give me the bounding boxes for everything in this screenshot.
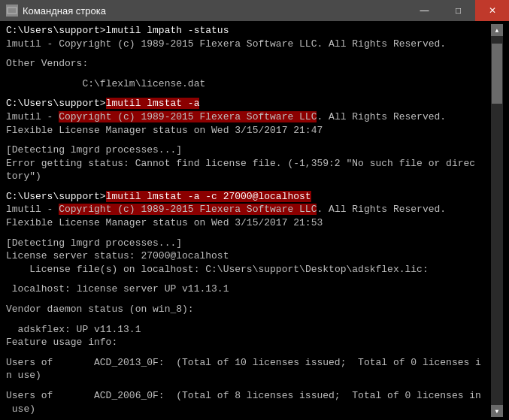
terminal-content[interactable]: C:\Users\support>lmutil lmpath -statuslm…	[6, 24, 491, 417]
scrollbar[interactable]: ▲ ▼	[491, 24, 503, 417]
terminal-line: C:\Users\support>lmutil lmpath -status	[6, 24, 491, 38]
terminal-line: C:\Users\support>lmutil lmstat -a	[6, 97, 491, 110]
terminal-line	[6, 276, 491, 283]
maximize-button[interactable]: □	[441, 0, 475, 21]
terminal-line: Other Vendors:	[6, 57, 491, 71]
terminal-line	[6, 316, 491, 323]
title-bar-controls: — □ ✕	[408, 0, 509, 21]
title-bar-left: Командная строка	[6, 5, 106, 17]
terminal-line: Flexible License Manager status on Wed 3…	[6, 124, 491, 137]
terminal-line	[6, 90, 491, 97]
terminal-line	[6, 183, 491, 190]
terminal-line: [Detecting lmgrd processes...]	[6, 237, 491, 250]
window-title: Командная строка	[23, 5, 106, 17]
terminal-line	[6, 382, 491, 389]
scrollbar-track	[491, 36, 503, 405]
terminal-line	[6, 71, 491, 77]
terminal-body: C:\Users\support>lmutil lmpath -statuslm…	[0, 21, 509, 420]
terminal-line: License file(s) on localhost: C:\Users\s…	[6, 263, 491, 276]
svg-rect-2	[9, 11, 13, 12]
terminal-line: localhost: license server UP v11.13.1	[6, 283, 491, 296]
title-bar: Командная строка — □ ✕	[0, 0, 509, 21]
terminal-line	[6, 230, 491, 237]
svg-rect-1	[9, 9, 11, 11]
window-icon	[6, 5, 18, 17]
close-button[interactable]: ✕	[475, 0, 509, 21]
terminal-line	[6, 415, 491, 417]
scrollbar-down[interactable]: ▼	[491, 405, 503, 417]
terminal-line	[6, 137, 491, 144]
terminal-line: Users of ACD_2013_0F: (Total of 10 licen…	[6, 356, 491, 370]
terminal-line: n use)	[6, 369, 491, 382]
terminal-line: lmutil - Copyright (c) 1989-2015 Flexera…	[6, 203, 491, 216]
terminal-line: lmutil - Copyright (c) 1989-2015 Flexera…	[6, 110, 491, 124]
terminal-line: License server status: 27000@localhost	[6, 249, 491, 263]
scrollbar-up[interactable]: ▲	[491, 24, 503, 36]
terminal-line: [Detecting lmgrd processes...]	[6, 144, 491, 157]
svg-rect-0	[8, 8, 17, 14]
terminal-line: Users of ACD_2006_0F: (Total of 8 licens…	[6, 389, 491, 403]
scrollbar-thumb[interactable]	[492, 44, 502, 104]
terminal-line: C:\flexlm\license.dat	[6, 77, 491, 91]
terminal-line: C:\Users\support>lmutil lmstat -a -c 270…	[6, 190, 491, 204]
terminal-line: Vendor daemon status (on win_8):	[6, 303, 491, 316]
terminal-line	[6, 349, 491, 356]
terminal-line: adskflex: UP v11.13.1	[6, 323, 491, 337]
terminal-line: use)	[6, 403, 491, 416]
terminal-line: lmutil - Copyright (c) 1989-2015 Flexera…	[6, 38, 491, 51]
terminal-line: Error getting status: Cannot find licens…	[6, 157, 491, 171]
terminal-line: tory")	[6, 170, 491, 183]
terminal-line: Feature usage info:	[6, 336, 491, 349]
cmd-window: Командная строка — □ ✕ C:\Users\support>…	[0, 0, 509, 420]
terminal-line	[6, 296, 491, 303]
terminal-line	[6, 50, 491, 57]
minimize-button[interactable]: —	[408, 0, 441, 21]
terminal-line: Flexible License Manager status on Wed 3…	[6, 216, 491, 230]
